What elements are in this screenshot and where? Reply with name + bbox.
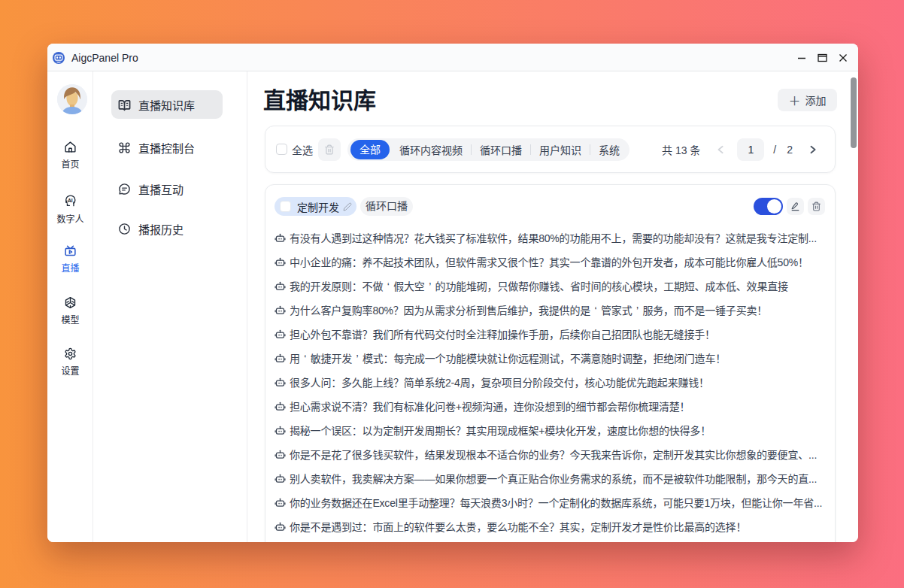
svg-text:AI: AI (68, 198, 73, 203)
